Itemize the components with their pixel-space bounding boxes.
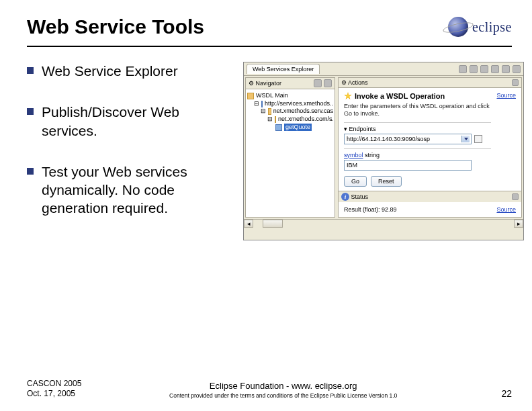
slide-footer: CASCON 2005 Oct. 17, 2005 Eclipse Founda…	[27, 379, 512, 399]
bullet-square-icon	[27, 108, 34, 115]
status-header: i Status	[339, 191, 521, 202]
invoke-heading: Invoke a WSDL Operation	[344, 92, 491, 100]
tree-label: http://services.xmethods...	[265, 100, 333, 108]
bullet-text: Publish/Discover Web services.	[42, 103, 234, 140]
tree-node-selected[interactable]: getQuote	[247, 124, 333, 132]
status-pane: i Status Result (float): 92.89 Source	[339, 191, 521, 217]
tree-label-selected: getQuote	[284, 124, 312, 132]
invoke-description: Enter the parameters of this WSDL operat…	[344, 103, 491, 118]
navigator-tree[interactable]: WSDL Main ⊟ http://services.xmethods... …	[246, 89, 335, 134]
bullet-text: Web Service Explorer	[42, 62, 178, 80]
tree-label: WSDL Main	[256, 92, 288, 100]
tree-label: net.xmethods.serv.cas	[273, 107, 333, 116]
maximize-icon[interactable]	[512, 193, 519, 200]
scroll-thumb[interactable]	[263, 220, 283, 228]
endpoint-dropdown[interactable]: http://64.124.140.30:9090/sosp	[344, 134, 472, 144]
eclipse-logo-text: eclipse	[472, 19, 512, 35]
status-result: Result (float): 92.89	[344, 206, 397, 213]
actions-pane: ⚙ Actions Invoke a WSDL Operation Enter …	[338, 77, 522, 218]
tree-node[interactable]: ⊟ net.xmethods.com/s...	[247, 116, 333, 124]
bullet-item: Web Service Explorer	[27, 62, 234, 80]
actions-header: ⚙ Actions	[339, 78, 521, 88]
footer-center: Eclipse Foundation - www. eclipse.org Co…	[81, 381, 485, 399]
tool-icon[interactable]	[502, 65, 510, 73]
bullet-square-icon	[27, 168, 34, 175]
footer-license: Content provided under the terms and con…	[88, 392, 478, 399]
bullet-square-icon	[27, 67, 34, 74]
forward-icon[interactable]	[470, 65, 478, 73]
slide-title: Web Service Tools	[27, 15, 204, 38]
bullet-item: Publish/Discover Web services.	[27, 103, 234, 140]
symbol-label[interactable]: symbol	[344, 152, 363, 158]
symbol-input[interactable]: IBM	[344, 160, 472, 171]
separator	[344, 122, 491, 123]
service-icon	[268, 108, 271, 115]
endpoints-label: ▾ Endpoints	[344, 126, 491, 132]
horizontal-scrollbar[interactable]: ◂ ▸	[244, 219, 523, 228]
folder-icon	[247, 93, 254, 99]
tool-icon[interactable]	[491, 65, 499, 73]
footer-event: CASCON 2005	[27, 379, 81, 389]
star-icon	[344, 92, 352, 100]
tree-node[interactable]: ⊟ net.xmethods.serv.cas	[247, 107, 333, 116]
symbol-type: string	[365, 152, 380, 158]
footer-left: CASCON 2005 Oct. 17, 2005	[27, 379, 81, 399]
port-icon	[275, 116, 276, 123]
footer-date: Oct. 17, 2005	[27, 389, 81, 399]
source-link[interactable]: Source	[496, 92, 516, 99]
tree-node[interactable]: ⊟ http://services.xmethods...	[247, 100, 333, 108]
go-button[interactable]: Go	[344, 176, 367, 187]
navigator-title: ⚙ Navigator	[249, 80, 281, 87]
tab-bar: Web Services Explorer	[244, 62, 523, 76]
remove-endpoint-icon[interactable]	[474, 135, 482, 143]
bullet-list: Web Service Explorer Publish/Discover We…	[27, 62, 234, 240]
wsdl-icon	[261, 101, 263, 107]
navigator-pane: ⚙ Navigator WSDL Main ⊟ ht	[245, 77, 335, 218]
tool-icon[interactable]	[513, 65, 521, 73]
bullet-text: Test your Web services dynamically. No c…	[42, 163, 234, 218]
collapse-icon[interactable]	[314, 79, 322, 87]
bullet-item: Test your Web services dynamically. No c…	[27, 163, 234, 218]
operation-icon	[275, 124, 282, 131]
page-number: 22	[485, 388, 512, 399]
actions-title: Actions	[348, 79, 368, 86]
tool-icon[interactable]	[480, 65, 488, 73]
tab-web-services-explorer[interactable]: Web Services Explorer	[247, 64, 320, 74]
scroll-left-icon[interactable]: ◂	[244, 220, 253, 228]
maximize-icon[interactable]	[512, 79, 519, 86]
toolbar	[459, 65, 521, 73]
status-title: Status	[351, 193, 369, 200]
footer-org: Eclipse Foundation - www. eclipse.org	[88, 381, 478, 391]
reset-button[interactable]: Reset	[371, 176, 402, 187]
navigator-header: ⚙ Navigator	[246, 78, 335, 89]
explorer-screenshot: Web Services Explorer ⚙ Navigator	[243, 62, 524, 240]
refresh-icon[interactable]	[324, 79, 332, 87]
status-source-link[interactable]: Source	[496, 206, 516, 213]
back-icon[interactable]	[459, 65, 467, 73]
tree-node-root[interactable]: WSDL Main	[247, 92, 333, 100]
eclipse-orb-icon	[448, 17, 468, 37]
eclipse-logo: eclipse	[425, 13, 512, 40]
info-icon: i	[341, 193, 349, 201]
separator	[344, 148, 491, 149]
scroll-right-icon[interactable]: ▸	[514, 220, 523, 228]
tree-label: net.xmethods.com/s...	[278, 116, 333, 124]
